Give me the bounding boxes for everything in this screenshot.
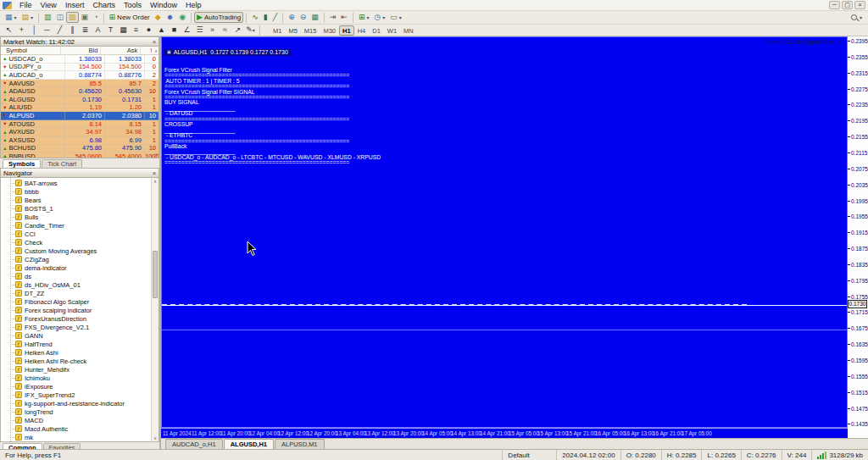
- pitchfork-tool[interactable]: ☰: [193, 25, 206, 36]
- market-watch-row[interactable]: ▲ADAUSD0.456200.4563010: [1, 87, 159, 96]
- price-axis[interactable]: 0.1730 0.23950.23550.23150.22750.22350.2…: [848, 36, 868, 438]
- equidistant-channel-tool[interactable]: ∥: [66, 25, 79, 36]
- navigator-item[interactable]: ƒBears: [1, 196, 159, 204]
- chart-tab-alpusd-m1[interactable]: ALPUSD,M1: [275, 439, 325, 449]
- gann-fan-tool[interactable]: ∠: [181, 25, 193, 36]
- timeframe-h4[interactable]: H4: [354, 25, 370, 36]
- scrollbar-thumb[interactable]: [153, 251, 158, 298]
- navigator-item[interactable]: ƒbbbb: [1, 187, 159, 196]
- chart-window[interactable]: ▣ ALGUSD,H1 0.1727 0.1739 0.1727 0.1730 …: [161, 36, 868, 438]
- minimize-button[interactable]: ─: [829, 1, 840, 9]
- market-watch-row[interactable]: ▼USDJPY_o154.500154.5000: [1, 64, 159, 72]
- navigator-item[interactable]: ƒForexUranusDirection: [1, 314, 159, 323]
- navigator-item[interactable]: ƒCheck: [1, 238, 159, 247]
- toolbar-search[interactable]: ▾: [851, 14, 865, 20]
- navigator-item[interactable]: ƒiExposure: [1, 382, 159, 391]
- horizontal-line-tool[interactable]: ─: [41, 25, 53, 36]
- timeframe-w1[interactable]: W1: [384, 25, 400, 36]
- navigator-item[interactable]: ƒDT_ZZ: [1, 289, 159, 297]
- timeframe-h1[interactable]: H1: [339, 25, 354, 36]
- market-watch-row[interactable]: ▼AAVUSD85.585.72: [1, 80, 159, 88]
- navigator-item[interactable]: ƒFibonacci Algo Scalper: [1, 297, 159, 306]
- navigator-item[interactable]: ƒGANN: [1, 331, 159, 340]
- crosshair-tool[interactable]: +: [15, 25, 28, 36]
- navigator-item[interactable]: ƒlongTrend: [1, 407, 159, 416]
- chart-plot-area[interactable]: ▣ ALGUSD,H1 0.1727 0.1739 0.1727 0.1730 …: [161, 36, 848, 428]
- indicators-list-button[interactable]: ⊞▾: [356, 12, 372, 23]
- bar-chart-mode-button[interactable]: ∿: [249, 12, 261, 23]
- timeframe-m5[interactable]: M5: [285, 25, 300, 36]
- status-profile[interactable]: Default: [502, 450, 556, 460]
- menu-file[interactable]: File: [15, 1, 36, 9]
- scroll-down-icon[interactable]: ∨: [154, 152, 158, 157]
- templates-button[interactable]: ▭▾: [387, 12, 404, 23]
- grid-tool[interactable]: ▦: [117, 25, 130, 36]
- close-button[interactable]: ×: [854, 1, 865, 9]
- fibo-expansion-tool[interactable]: ≈: [219, 25, 231, 36]
- expert-advisors-button[interactable]: ◆: [153, 12, 164, 23]
- navigator-toggle-button[interactable]: ▨: [66, 12, 79, 23]
- candlestick-mode-button[interactable]: ▮: [261, 12, 270, 23]
- tile-windows-button[interactable]: ▦: [309, 12, 321, 23]
- tab-tick-chart[interactable]: Tick Chart: [42, 159, 82, 168]
- market-watch-row[interactable]: ▼ALPUSD2.03702.038010: [1, 112, 159, 120]
- navigator-header[interactable]: Navigator ×: [0, 168, 159, 177]
- close-icon[interactable]: ×: [153, 39, 156, 45]
- menu-insert[interactable]: Insert: [61, 1, 89, 9]
- navigator-item[interactable]: ƒBOSTS_1: [1, 204, 159, 213]
- trendline-tool[interactable]: ╱: [53, 25, 66, 36]
- menu-charts[interactable]: Charts: [88, 1, 120, 9]
- new-chart-button[interactable]: ▦▾: [3, 12, 19, 23]
- navigator-item[interactable]: ƒHunter_Mehdifx: [1, 365, 159, 374]
- navigator-item[interactable]: ƒHeiken Ashi: [1, 348, 159, 357]
- scroll-down-icon[interactable]: ∨: [152, 435, 159, 441]
- arrow-tool-tool[interactable]: ↗: [231, 25, 244, 36]
- navigator-item[interactable]: ƒFXS_Divergence_V2.1: [1, 323, 159, 331]
- navigator-item[interactable]: ƒHalfTrend: [1, 340, 159, 348]
- menu-window[interactable]: Window: [146, 1, 181, 9]
- market-watch-row[interactable]: ▲BCHUSD475.80475.9010: [1, 145, 159, 153]
- column-header-ask[interactable]: Ask: [100, 47, 140, 54]
- market-watch-row[interactable]: ▲AUDCAD_o0.887740.887762: [1, 71, 159, 80]
- column-header-alert[interactable]: !: [140, 47, 154, 54]
- tab-symbols[interactable]: Symbols: [3, 159, 41, 168]
- menu-help[interactable]: Help: [181, 1, 206, 9]
- new-order-button[interactable]: ⊞New Order: [107, 12, 153, 23]
- time-axis[interactable]: 11 Apr 202411 Apr 12:0011 Apr 20:0012 Ap…: [161, 428, 848, 438]
- hatch-fill-tool[interactable]: ≡: [130, 25, 142, 36]
- timeframe-mn[interactable]: MN: [400, 25, 417, 36]
- triangle-tool[interactable]: ▲: [155, 25, 168, 36]
- text-tool[interactable]: A: [92, 25, 104, 36]
- zoom-out-button[interactable]: ⊖: [298, 12, 309, 23]
- terminal-toggle-button[interactable]: ▣: [79, 12, 92, 23]
- fibonacci-retracement-tool[interactable]: ≣: [79, 25, 92, 36]
- navigator-item[interactable]: ƒIchimoku: [1, 374, 159, 382]
- navigator-scrollbar[interactable]: ∧ ∨: [151, 178, 159, 441]
- navigator-item[interactable]: ƒCCI: [1, 230, 159, 238]
- market-watch-header[interactable]: Market Watch: 11:42:02 ×: [0, 36, 159, 46]
- navigator-item[interactable]: ƒHeiken Ashi Re-check: [1, 357, 159, 365]
- market-watch-row[interactable]: ▲ALGUSD0.17300.17311: [1, 96, 159, 104]
- metaeditor-button[interactable]: ☻: [164, 12, 176, 23]
- navigator-item[interactable]: ƒBulls: [1, 213, 159, 221]
- chart-shift-button[interactable]: ⇤: [338, 12, 350, 23]
- column-header-bid[interactable]: Bid: [60, 47, 100, 54]
- rectangle-tool[interactable]: ■: [168, 25, 181, 36]
- navigator-item[interactable]: ƒCandle_Timer: [1, 221, 159, 230]
- navigator-item[interactable]: ƒdema-indicator: [1, 263, 159, 272]
- line-chart-mode-button[interactable]: ╱: [270, 12, 280, 23]
- scroll-up-icon[interactable]: ∧: [152, 179, 159, 184]
- navigator-item[interactable]: ƒkg-support-and-resistance-indicator: [1, 399, 159, 407]
- community-button[interactable]: ◉: [176, 12, 188, 23]
- ellipse-tool[interactable]: ●: [142, 25, 155, 36]
- navigator-item[interactable]: ƒForex scalping indicator: [1, 306, 159, 314]
- navigator-item[interactable]: ƒmk: [1, 433, 159, 441]
- menu-tools[interactable]: Tools: [120, 1, 146, 9]
- cycle-lines-tool[interactable]: »: [206, 25, 219, 36]
- market-watch-row[interactable]: ▼ATOUSD8.148.151: [1, 120, 159, 129]
- vertical-line-tool[interactable]: │: [28, 25, 41, 36]
- column-header-symbol[interactable]: Symbol: [1, 47, 60, 54]
- market-watch-toggle-button[interactable]: ▥: [42, 12, 54, 23]
- menu-view[interactable]: View: [36, 1, 61, 9]
- arrow-styles-tool[interactable]: ✎▾: [244, 25, 257, 36]
